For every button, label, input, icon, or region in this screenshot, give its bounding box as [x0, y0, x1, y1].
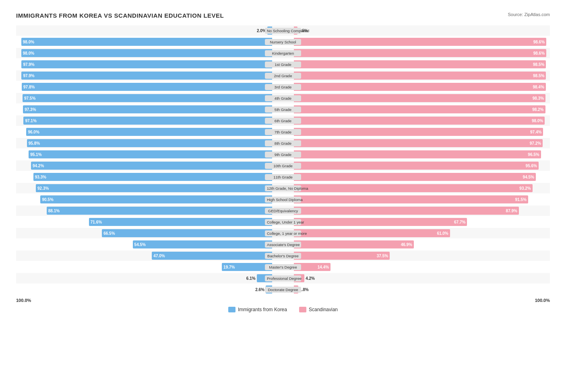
left-section: 71.6% — [16, 218, 272, 226]
left-section: 94.2% — [16, 161, 272, 170]
bar-pink: 46.9% — [294, 240, 414, 248]
bar-pink: 61.0% — [294, 229, 450, 237]
right-section: 96.5% — [294, 150, 550, 159]
category-label: No Schooling Completed — [265, 28, 301, 34]
axis-left: 100.0% — [16, 298, 31, 303]
bar-blue: 98.0% — [21, 49, 273, 57]
bar-value-left: 97.9% — [23, 74, 34, 78]
legend-item-blue: Immigrants from Korea — [228, 307, 287, 312]
bar-row-wrapper: 95.1%9th Grade96.5% — [16, 149, 550, 160]
left-section: 97.8% — [16, 82, 272, 91]
center-label: Associate's Degree — [272, 242, 293, 248]
bar-value-right: 91.5% — [515, 197, 527, 202]
bar-pink: 98.6% — [294, 49, 547, 57]
category-label: Doctorate Degree — [265, 287, 301, 293]
left-section: 97.9% — [16, 60, 272, 69]
bar-row-wrapper: 6.1%Professional Degree4.2% — [16, 273, 550, 283]
left-section: 97.3% — [16, 105, 272, 114]
bar-value-right: 96.5% — [528, 152, 539, 157]
bar-row-wrapper: 2.6%Doctorate Degree1.8% — [16, 284, 550, 295]
bar-value-left: 96.0% — [28, 130, 39, 134]
bar-value-right: 97.4% — [530, 130, 541, 134]
right-section: 93.2% — [294, 184, 550, 193]
center-label: College, 1 year or more — [272, 230, 293, 236]
right-section: 94.5% — [294, 172, 550, 181]
bar-row-wrapper: 97.9%1st Grade98.5% — [16, 59, 550, 70]
left-section: 97.5% — [16, 94, 272, 103]
bar-value-right: 97.2% — [530, 141, 541, 146]
center-label: No Schooling Completed — [272, 28, 293, 34]
right-section: 4.2% — [294, 274, 550, 283]
bar-value-left: 97.8% — [23, 85, 35, 89]
bar-row-wrapper: 97.3%5th Grade98.2% — [16, 104, 550, 115]
center-label: High School Diploma — [272, 197, 293, 203]
legend-label-blue: Immigrants from Korea — [238, 307, 287, 312]
right-section: 95.6% — [294, 161, 550, 170]
axis-right: 100.0% — [535, 298, 550, 303]
category-label: 12th Grade, No Diploma — [265, 185, 301, 191]
bar-value-left: 98.0% — [23, 51, 34, 55]
bar-row-wrapper: 90.5%High School Diploma91.5% — [16, 194, 550, 205]
axis-row: 100.0% 100.0% — [16, 298, 550, 303]
bar-value-left: 6.1% — [246, 276, 256, 281]
chart-container: IMMIGRANTS FROM KOREA VS SCANDINAVIAN ED… — [8, 8, 558, 320]
bar-pink: 97.2% — [294, 139, 543, 147]
bar-value-right: 4.2% — [306, 276, 315, 281]
right-section: 1.8% — [294, 285, 550, 294]
center-label: Master's Degree — [272, 264, 293, 270]
left-section: 2.6% — [16, 285, 272, 294]
bar-value-right: 98.5% — [533, 74, 544, 78]
bar-pink: 98.6% — [294, 38, 547, 46]
center-label: GED/Equivalency — [272, 208, 293, 214]
bar-value-left: 97.3% — [25, 107, 36, 112]
bar-pink: 91.5% — [294, 195, 528, 203]
bar-blue: 66.5% — [102, 229, 272, 237]
bar-blue: 71.6% — [89, 218, 273, 226]
right-section: 46.9% — [294, 240, 550, 249]
bar-value-left: 92.3% — [37, 186, 49, 191]
center-label: 6th Grade — [272, 118, 293, 124]
right-section: 67.7% — [294, 218, 550, 226]
bar-value-right: 46.9% — [401, 242, 412, 247]
bar-value-left: 93.3% — [35, 175, 46, 179]
center-label: 12th Grade, No Diploma — [272, 185, 293, 191]
bar-row-wrapper: 97.5%4th Grade98.3% — [16, 93, 550, 103]
legend-item-pink: Scandinavian — [299, 307, 338, 312]
left-section: 90.5% — [16, 195, 272, 204]
category-label: 5th Grade — [265, 107, 301, 113]
center-label: 9th Grade — [272, 152, 293, 158]
bar-row-wrapper: 2.0%No Schooling Completed1.5% — [16, 25, 550, 36]
bar-pink: 67.7% — [294, 218, 467, 226]
center-label: 2nd Grade — [272, 73, 293, 79]
bar-pink: 94.5% — [294, 173, 536, 181]
bar-value-right: 98.3% — [533, 96, 544, 101]
center-label: Doctorate Degree — [272, 287, 293, 293]
category-label: High School Diploma — [265, 197, 301, 203]
center-label: 3rd Grade — [272, 84, 293, 90]
left-section: 47.0% — [16, 251, 272, 260]
bar-row-wrapper: 54.5%Associate's Degree46.9% — [16, 239, 550, 250]
category-label: Professional Degree — [265, 275, 301, 281]
right-section: 97.4% — [294, 127, 550, 136]
left-section: 95.8% — [16, 139, 272, 148]
bar-value-right: 98.4% — [533, 85, 544, 89]
center-label: 4th Grade — [272, 95, 293, 101]
bar-blue: 95.8% — [27, 139, 273, 147]
bar-blue: 97.9% — [21, 60, 272, 68]
right-section: 97.2% — [294, 139, 550, 148]
bar-value-right: 98.6% — [533, 51, 545, 55]
bar-blue: 90.5% — [40, 195, 272, 203]
center-label: 5th Grade — [272, 107, 293, 113]
bar-row-wrapper: 96.0%7th Grade97.4% — [16, 127, 550, 137]
bar-value-left: 97.5% — [24, 96, 35, 101]
bar-value-right: 94.5% — [523, 175, 534, 179]
center-label: 11th Grade — [272, 174, 293, 180]
bar-value-left: 98.0% — [23, 40, 34, 44]
left-section: 88.1% — [16, 206, 272, 215]
bar-value-right: 98.2% — [532, 107, 543, 112]
category-label: Bachelor's Degree — [265, 253, 301, 259]
bar-row-wrapper: 93.3%11th Grade94.5% — [16, 172, 550, 182]
bar-value-left: 97.1% — [25, 119, 36, 123]
bar-pink: 98.3% — [294, 94, 546, 102]
bar-row-wrapper: 98.0%Nursery School98.6% — [16, 37, 550, 47]
